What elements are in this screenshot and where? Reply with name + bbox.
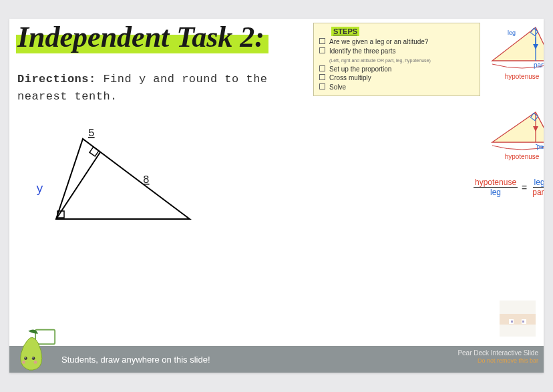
- label-5: 5: [88, 128, 95, 140]
- pear-deck-icon: [13, 326, 59, 371]
- step-text: Identify the three parts (Left, right an…: [329, 47, 431, 65]
- footer-warn: Do not remove this bar: [457, 357, 538, 365]
- directions: Directions: Find y and round to the near…: [17, 71, 298, 105]
- reference-triangle-leg: leg part hypotenuse: [490, 24, 544, 88]
- step-text: Solve: [329, 83, 346, 92]
- eq-lhs-bot: leg: [489, 188, 502, 197]
- slide-title: Independent Task 2:: [16, 21, 268, 53]
- svg-point-17: [32, 357, 35, 360]
- slide: Independent Task 2: Directions: Find y a…: [9, 19, 544, 373]
- label-y: y: [36, 182, 43, 196]
- checkbox-icon: [319, 38, 325, 44]
- label-8: 8: [143, 174, 150, 186]
- svg-point-21: [34, 361, 37, 364]
- checkbox-icon: [319, 74, 325, 80]
- eq-rhs-bot: part: [531, 188, 544, 197]
- svg-marker-0: [56, 139, 190, 219]
- directions-label: Directions:: [17, 73, 96, 85]
- step-text: Are we given a leg or an altitude?: [329, 37, 428, 47]
- eq-equals: =: [522, 182, 527, 193]
- checkbox-icon: [319, 83, 325, 89]
- step-text: Set up the proportion: [329, 65, 391, 74]
- step-text-main: Identify the three parts: [329, 47, 396, 55]
- step-row: Are we given a leg or an altitude?: [319, 37, 474, 47]
- steps-box: STEPS Are we given a leg or an altitude?…: [313, 23, 480, 96]
- ref-part-label: part: [510, 144, 544, 150]
- step-text-sub: (Left, right and altitude OR part, leg, …: [329, 58, 431, 63]
- svg-point-19: [33, 357, 34, 359]
- svg-point-16: [24, 357, 27, 360]
- step-text: Cross multiply: [329, 73, 371, 83]
- steps-heading: STEPS: [331, 27, 359, 36]
- footer-bar[interactable]: Students, draw anywhere on this slide! P…: [9, 346, 544, 373]
- svg-point-20: [22, 361, 25, 364]
- proportion-equation: hypotenuse leg = leg part: [474, 178, 544, 197]
- ref-hyp-label: hypotenuse: [490, 73, 544, 80]
- step-row: Set up the proportion: [319, 65, 474, 74]
- footer-branding: Pear Deck Interactive Slide Do not remov…: [457, 349, 538, 365]
- svg-point-18: [25, 357, 26, 359]
- reference-triangle-part: leg part hypotenuse: [490, 109, 544, 167]
- eq-lhs-top: hypotenuse: [474, 178, 518, 188]
- svg-rect-14: [35, 330, 55, 344]
- svg-text:leg: leg: [508, 29, 516, 36]
- svg-rect-2: [89, 147, 99, 156]
- checkbox-icon: [319, 65, 325, 71]
- ref-part-label: part: [508, 61, 544, 69]
- step-row: Cross multiply: [319, 73, 474, 83]
- step-row: Identify the three parts (Left, right an…: [319, 47, 474, 65]
- problem-diagram: y 5 8: [36, 132, 223, 246]
- checkbox-icon: [319, 47, 325, 53]
- ref-hyp-label: hypotenuse: [490, 153, 544, 160]
- step-row: Solve: [319, 83, 474, 92]
- footer-brand: Pear Deck Interactive Slide: [457, 349, 538, 357]
- avatar: [500, 301, 536, 337]
- eq-rhs-top: leg: [533, 178, 544, 188]
- svg-line-1: [56, 152, 100, 219]
- footer-message: Students, draw anywhere on this slide!: [61, 355, 210, 365]
